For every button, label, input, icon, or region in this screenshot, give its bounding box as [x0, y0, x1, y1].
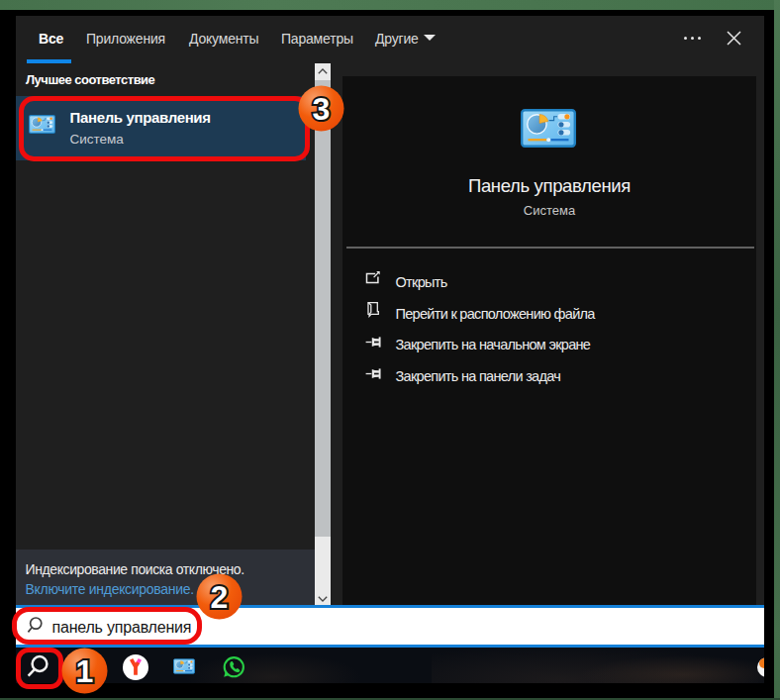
svg-text:3: 3 [313, 91, 331, 127]
svg-text:1: 1 [76, 653, 94, 689]
svg-text:2: 2 [210, 579, 228, 615]
